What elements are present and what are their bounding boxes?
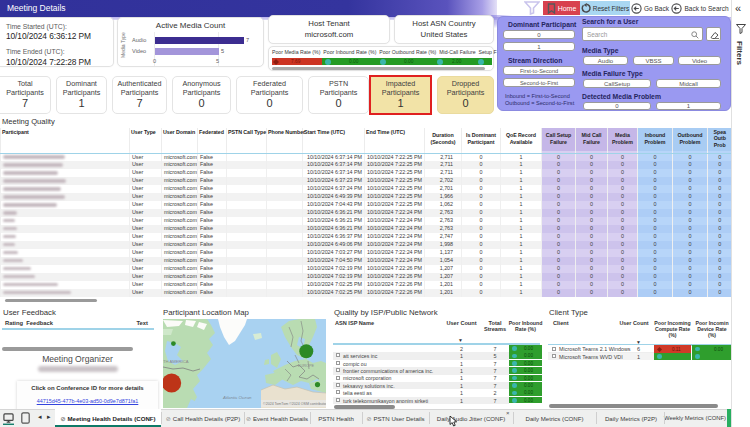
svg-text:Atlantic Ocean: Atlantic Ocean bbox=[222, 395, 252, 400]
svg-text:TH AMERICA: TH AMERICA bbox=[163, 359, 189, 364]
svg-text:©2024 TomTom ©2024 OSM contrib: ©2024 TomTom ©2024 OSM contributors bbox=[263, 402, 326, 406]
svg-text:EUROPE: EUROPE bbox=[298, 364, 315, 368]
